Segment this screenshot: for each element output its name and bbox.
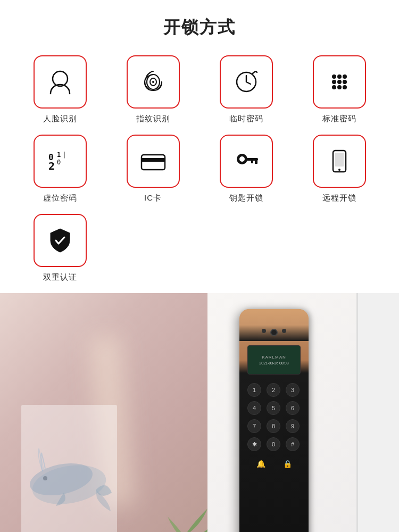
icon-label-face: 人脸识别 (43, 114, 77, 124)
icon-box-remote (313, 135, 366, 188)
icon-label-temp-password: 临时密码 (229, 114, 263, 124)
svg-point-28 (338, 169, 340, 171)
page-title: 开锁方式 (11, 16, 388, 39)
clock-icon (231, 67, 261, 97)
key-8[interactable]: 8 (267, 419, 280, 433)
svg-point-12 (337, 85, 342, 89)
icon-item-virtual-password: 0 1 | 0 2 虚位密码 (16, 135, 104, 203)
key-star[interactable]: ✱ (247, 437, 261, 451)
key-3[interactable]: 3 (286, 383, 300, 397)
svg-point-3 (152, 81, 154, 83)
bell-icon: 🔔 (256, 460, 265, 468)
fingerprint-icon (138, 67, 168, 97)
camera-right (282, 329, 286, 333)
svg-rect-25 (251, 161, 253, 163)
grid-icon (325, 67, 354, 97)
key-0[interactable]: 0 (267, 437, 280, 451)
icon-label-key: 钥匙开锁 (229, 193, 263, 203)
lock-datetime-text: 2021-03-26 08:08 (259, 361, 288, 365)
card-icon (138, 146, 168, 176)
svg-rect-27 (335, 153, 344, 167)
door-frame (356, 293, 399, 532)
lock-screen: KARLMAN 2021-03-26 08:08 (247, 345, 301, 375)
photo-left (0, 293, 207, 532)
photo-right: KARLMAN 2021-03-26 08:08 1 2 3 4 5 6 7 8… (207, 293, 399, 532)
shield-icon (45, 226, 75, 255)
icon-item-standard-password: 标准密码 (295, 55, 383, 124)
top-section: 开锁方式 人脸识别 (0, 0, 399, 293)
whale-painting (16, 400, 122, 532)
lock-bottom-icons: 🔔 🔒 (247, 460, 301, 468)
bottom-section: KARLMAN 2021-03-26 08:08 1 2 3 4 5 6 7 8… (0, 293, 399, 532)
key-5[interactable]: 5 (267, 401, 280, 415)
smart-lock: KARLMAN 2021-03-26 08:08 1 2 3 4 5 6 7 8… (239, 309, 309, 532)
icon-box-standard-password (313, 55, 366, 109)
key-7[interactable]: 7 (247, 419, 261, 433)
svg-text:|: | (62, 151, 66, 159)
icon-box-ic-card (127, 135, 180, 188)
svg-point-32 (43, 476, 47, 480)
key-6[interactable]: 6 (286, 401, 300, 415)
icon-item-temp-password: 临时密码 (202, 55, 290, 124)
face-icon (45, 67, 75, 97)
icon-box-dual-auth (34, 214, 87, 267)
icon-item-dual-auth: 双重认证 (16, 214, 104, 282)
lock-icon: 🔒 (283, 460, 292, 468)
svg-point-11 (332, 85, 336, 89)
icon-label-virtual-password: 虚位密码 (43, 193, 77, 203)
icon-box-temp-password (220, 55, 273, 109)
camera-main (270, 329, 278, 336)
lock-top (239, 309, 309, 341)
icon-label-dual-auth: 双重认证 (43, 272, 77, 282)
svg-point-13 (343, 85, 347, 89)
svg-point-6 (337, 74, 342, 79)
svg-point-8 (332, 80, 336, 84)
svg-text:2: 2 (48, 160, 55, 172)
svg-rect-23 (246, 158, 258, 161)
icon-box-fingerprint (127, 55, 180, 109)
icon-item-remote: 远程开锁 (295, 135, 383, 203)
svg-rect-20 (142, 158, 165, 162)
icon-item-ic-card: IC卡 (109, 135, 197, 203)
icon-item-key: 钥匙开锁 (202, 135, 290, 203)
svg-rect-24 (255, 161, 257, 164)
svg-text:0: 0 (57, 159, 61, 166)
key-1[interactable]: 1 (247, 383, 261, 397)
plant-decor (154, 474, 207, 532)
icon-item-fingerprint: 指纹识别 (109, 55, 197, 124)
svg-point-9 (337, 80, 342, 84)
icon-box-face (34, 55, 87, 109)
icons-grid: 人脸识别 指纹识别 (11, 55, 388, 282)
icon-label-standard-password: 标准密码 (322, 114, 356, 124)
svg-point-7 (343, 74, 347, 79)
camera-left (262, 329, 266, 333)
lock-brand-text: KARLMAN (262, 355, 286, 360)
svg-text:1: 1 (57, 151, 61, 159)
icon-label-fingerprint: 指纹识别 (136, 114, 170, 124)
icon-label-remote: 远程开锁 (322, 193, 356, 203)
key-hash[interactable]: # (286, 437, 300, 451)
svg-rect-19 (142, 155, 165, 170)
virtual-password-icon: 0 1 | 0 2 (45, 146, 75, 176)
key-icon (231, 146, 261, 176)
key-9[interactable]: 9 (286, 419, 300, 433)
svg-point-5 (332, 74, 336, 79)
icon-label-ic-card: IC卡 (144, 193, 162, 203)
svg-point-22 (239, 156, 245, 162)
svg-point-10 (343, 80, 347, 84)
icon-box-virtual-password: 0 1 | 0 2 (34, 135, 87, 188)
keypad-grid: 1 2 3 4 5 6 7 8 9 ✱ 0 # (247, 383, 301, 451)
key-2[interactable]: 2 (267, 383, 280, 397)
key-4[interactable]: 4 (247, 401, 261, 415)
phone-icon (325, 146, 354, 176)
icon-box-key (220, 135, 273, 188)
icon-item-face: 人脸识别 (16, 55, 104, 124)
